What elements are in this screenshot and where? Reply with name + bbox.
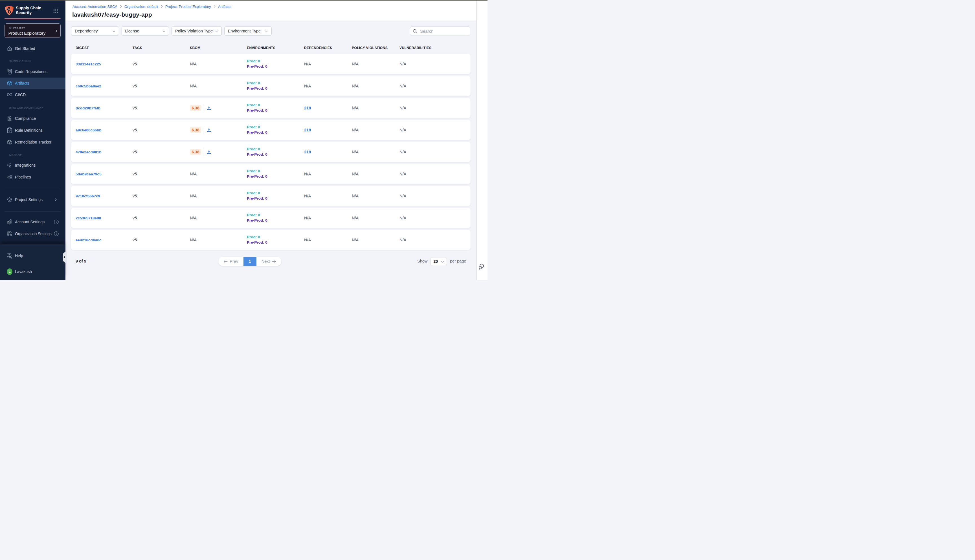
svg-text:?: ?	[8, 253, 10, 256]
